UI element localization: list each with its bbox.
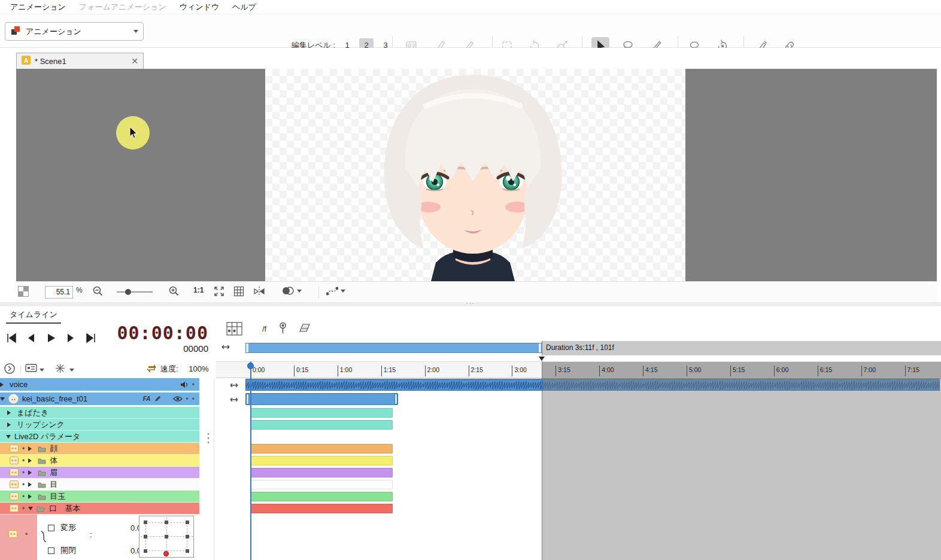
zoom-reset-button[interactable]: 1:1	[193, 286, 204, 294]
close-icon[interactable]: ✕	[131, 57, 138, 65]
track-label: kei_basic_free_t01	[22, 394, 87, 403]
play-button[interactable]	[43, 330, 59, 346]
track-display-mode-icon[interactable]	[25, 363, 37, 375]
track-label: 顔	[50, 443, 57, 454]
loop-playback-icon[interactable]	[146, 363, 157, 375]
interpolation-view-button[interactable]	[326, 286, 345, 296]
keyframe-segment[interactable]	[250, 408, 393, 418]
zoom-input[interactable]: 55.1	[45, 286, 73, 299]
parameter-detail-block: • : 変形0.0開閉0.0	[0, 515, 213, 560]
frame-forward-button[interactable]	[63, 330, 78, 346]
zoom-in-button[interactable]	[169, 286, 179, 296]
scene-tab-title: * Scene1	[35, 57, 127, 66]
menubar: アニメーションフォームアニメーションウィンドウヘルプ	[0, 0, 941, 14]
track-label: 眉	[50, 467, 57, 478]
tab-timeline[interactable]: タイムライン	[6, 308, 61, 324]
track-label: 体	[50, 455, 57, 466]
chevron-down-icon[interactable]	[341, 290, 345, 295]
playback-speed[interactable]: 速度: 100%	[160, 364, 209, 375]
curve-point-selected[interactable]	[163, 551, 169, 556]
cursor-arrow-icon	[128, 126, 138, 139]
clip-stretch-icon[interactable]	[229, 396, 239, 405]
keyframe-segment[interactable]	[250, 480, 393, 489]
model-canvas[interactable]	[265, 69, 685, 281]
curve-editor-thumbnail[interactable]	[139, 516, 194, 558]
keyframe-segment[interactable]	[250, 492, 393, 501]
track-label: 目玉	[50, 491, 65, 502]
workspace-icon	[10, 25, 21, 38]
onion-skin-button[interactable]	[281, 286, 302, 296]
freeze-icon[interactable]	[55, 363, 65, 375]
transport-controls	[4, 330, 98, 346]
menubar-item[interactable]: ヘルプ	[226, 0, 263, 14]
parameter-row[interactable]: 開閉0.0	[48, 544, 76, 556]
track-row-pfolder[interactable]: •体	[0, 455, 199, 467]
keyframe-segment[interactable]	[250, 456, 393, 465]
keyframe-segment[interactable]	[250, 504, 393, 513]
skip-start-button[interactable]	[4, 330, 19, 346]
scene-tab[interactable]: A * Scene1 ✕	[16, 53, 144, 69]
panel-splitter[interactable]: ···	[0, 302, 941, 306]
scene-tab-bar: A * Scene1 ✕	[0, 48, 941, 69]
expand-tracks-icon[interactable]	[4, 363, 16, 376]
main-toolbar: アニメーション 編集レベル : 123 AUTO	[0, 14, 941, 48]
model-clip[interactable]	[245, 393, 398, 405]
track-label: voice	[10, 380, 28, 389]
chevron-down-icon[interactable]	[297, 290, 302, 295]
track-row-group[interactable]: リップシンク	[0, 419, 199, 431]
keyframe-segment[interactable]	[250, 468, 393, 477]
workspace-select[interactable]: アニメーション	[5, 22, 144, 41]
param-badge-icon	[8, 530, 17, 540]
mouse-cursor-highlight	[116, 116, 150, 150]
track-row-group[interactable]: まばたき	[0, 407, 199, 419]
track-row-audio[interactable]: voice•	[0, 378, 199, 391]
list-splitter-handle[interactable]: •••	[206, 432, 211, 445]
param-name: 変形	[60, 522, 76, 533]
track-row-model[interactable]: kei_basic_free_t01FA••	[0, 392, 199, 406]
chevron-down-icon[interactable]	[69, 369, 74, 374]
mirror-view-button[interactable]	[253, 286, 265, 297]
param-pair-colon: :	[90, 530, 92, 539]
track-label: リップシンク	[17, 419, 65, 430]
out-of-duration-overlay	[542, 378, 941, 560]
scene-icon: A	[22, 56, 31, 66]
track-row-pfolder-open[interactable]: •口 基本	[0, 503, 199, 515]
fit-view-button[interactable]	[214, 286, 224, 297]
menubar-item: フォームアニメーション	[72, 0, 173, 14]
zoom-slider-knob[interactable]	[125, 289, 131, 295]
curve-link-icon	[40, 530, 48, 545]
track-row-pfolder[interactable]: •眉	[0, 467, 199, 479]
clip-stretch-icon[interactable]	[229, 382, 239, 391]
param-value[interactable]: 0.0	[119, 546, 141, 555]
speed-label: 速度:	[160, 364, 178, 373]
workspace-value: アニメーション	[26, 26, 129, 37]
playhead-pin[interactable]	[247, 363, 254, 369]
menubar-item[interactable]: アニメーション	[4, 0, 72, 14]
track-row-pfolder[interactable]: •目玉	[0, 491, 199, 503]
track-row-pfolder[interactable]: •目	[0, 479, 199, 491]
parameter-strip: •	[0, 515, 37, 560]
viewport[interactable]	[16, 69, 937, 281]
chevron-down-icon[interactable]	[40, 369, 44, 374]
keyframe-segment[interactable]	[250, 420, 393, 430]
zoom-out-button[interactable]	[93, 286, 103, 296]
playhead[interactable]	[250, 361, 251, 560]
track-label: Live2D パラメータ	[14, 431, 80, 442]
param-checkbox[interactable]	[48, 547, 54, 554]
param-name: 開閉	[60, 545, 76, 556]
zoom-slider[interactable]	[117, 291, 153, 293]
frame-back-button[interactable]	[23, 330, 39, 346]
menubar-item[interactable]: ウィンドウ	[173, 0, 226, 14]
track-row-group-open[interactable]: Live2D パラメータ	[0, 431, 199, 443]
keyframe-segment[interactable]	[250, 444, 393, 454]
param-checkbox[interactable]	[48, 525, 54, 531]
speed-value: 100%	[189, 364, 208, 373]
frame-counter: 00000	[108, 343, 208, 354]
track-row-pfolder[interactable]: •顔	[0, 443, 199, 455]
timeline-tracks-pane[interactable]: /f Duration 3s:11f , 101f 0:000:1	[215, 306, 941, 560]
grid-toggle-button[interactable]	[233, 286, 244, 297]
transparency-toggle-icon[interactable]	[18, 286, 29, 297]
param-value[interactable]: 0.0	[119, 524, 141, 532]
skip-end-button[interactable]	[83, 330, 98, 346]
parameter-row[interactable]: 変形0.0	[48, 522, 76, 534]
